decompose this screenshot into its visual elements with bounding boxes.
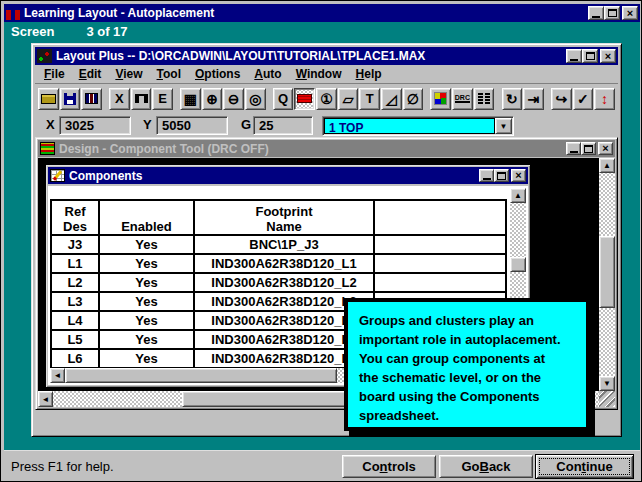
scroll-down-button[interactable]: ▼ — [599, 376, 615, 391]
resize-grip[interactable] — [599, 391, 615, 407]
x-coordinate-field[interactable]: 3025 — [59, 116, 131, 135]
table-cell[interactable]: Yes — [100, 331, 193, 348]
y-coordinate-field[interactable]: 5050 — [156, 116, 228, 135]
controls-button[interactable]: Controls — [342, 455, 436, 478]
column-header-blank[interactable] — [375, 201, 505, 234]
scroll-thumb[interactable] — [599, 236, 615, 308]
zoom-all-button[interactable]: ◎ — [245, 88, 266, 110]
app-close-button[interactable]: × — [622, 6, 638, 20]
menu-help[interactable]: Help — [349, 65, 389, 83]
table-cell[interactable] — [375, 236, 505, 253]
close-icon: × — [515, 170, 521, 181]
table-cell[interactable]: L6 — [52, 350, 98, 367]
menu-options[interactable]: Options — [188, 65, 247, 83]
design-minimize-button[interactable] — [566, 142, 581, 155]
table-cell[interactable]: Yes — [100, 255, 193, 272]
design-maximize-button[interactable] — [581, 142, 596, 155]
screen-position: 3 of 17 — [86, 24, 127, 39]
components-maximize-button[interactable] — [494, 169, 509, 182]
finish-button[interactable]: ✓ — [573, 88, 594, 110]
table-cell[interactable]: Yes — [100, 274, 193, 291]
color-palette-button[interactable] — [430, 88, 451, 110]
app-maximize-button[interactable] — [604, 6, 620, 20]
layout-close-button[interactable]: × — [600, 49, 616, 63]
reconnect-button[interactable]: ↻ — [502, 88, 523, 110]
layer-dropdown-button[interactable]: ▼ — [495, 118, 512, 134]
scroll-thumb[interactable] — [65, 368, 337, 383]
drc-button[interactable]: DRC — [452, 88, 473, 110]
table-cell[interactable]: Yes — [100, 350, 193, 367]
continue-button[interactable]: Continue — [535, 454, 634, 479]
component-rows-icon — [478, 93, 490, 104]
table-cell[interactable]: Yes — [100, 236, 193, 253]
design-vertical-scrollbar[interactable]: ▲ ▼ — [599, 158, 615, 391]
header-line: Footprint — [255, 204, 312, 219]
scroll-thumb[interactable] — [510, 257, 526, 272]
table-cell[interactable]: L2 — [52, 274, 98, 291]
column-header-enabled[interactable]: Enabled — [100, 201, 193, 234]
red-double-arrow-icon: ↕ — [601, 92, 608, 106]
table-cell[interactable]: L5 — [52, 331, 98, 348]
error-tool-button[interactable]: ∅ — [403, 88, 424, 110]
save-button[interactable] — [60, 88, 81, 110]
table-cell[interactable] — [375, 274, 505, 291]
query-button[interactable]: Q — [273, 88, 294, 110]
open-button[interactable] — [38, 88, 59, 110]
design-close-button[interactable]: × — [598, 142, 613, 155]
table-cell[interactable]: L1 — [52, 255, 98, 272]
find-button[interactable] — [131, 88, 152, 110]
library-button[interactable] — [81, 88, 102, 110]
scroll-up-button[interactable]: ▲ — [599, 158, 615, 173]
menu-file[interactable]: File — [37, 65, 72, 83]
table-cell[interactable]: Yes — [100, 293, 193, 310]
table-cell[interactable]: IND300A62R38D120_L1 — [195, 255, 373, 272]
zoom-in-button[interactable]: ⊕ — [202, 88, 223, 110]
autopath-button[interactable]: ↪ — [551, 88, 572, 110]
menu-window[interactable]: Window — [289, 65, 349, 83]
table-cell[interactable]: L3 — [52, 293, 98, 310]
table-cell[interactable]: IND300A62R38D120_L2 — [195, 274, 373, 291]
menu-auto[interactable]: Auto — [247, 65, 288, 83]
toolbar: X E ▦ ⊕ ⊖ ◎ Q ① ▱ T ◿ ∅ DRC ↻ ⇥ ↪ ✓ — [35, 84, 618, 113]
app-minimize-button[interactable] — [588, 6, 604, 20]
grid-field[interactable]: 25 — [253, 116, 313, 135]
layout-maximize-button[interactable] — [582, 49, 598, 63]
zoom-out-button[interactable]: ⊖ — [223, 88, 244, 110]
menu-edit[interactable]: Edit — [72, 65, 109, 83]
dimension-tool-button[interactable]: ◿ — [381, 88, 402, 110]
table-cell[interactable]: BNC\1P_J3 — [195, 236, 373, 253]
no-connect-icon: ∅ — [407, 92, 419, 106]
scroll-up-button[interactable]: ▲ — [510, 188, 526, 203]
delete-button[interactable]: X — [109, 88, 130, 110]
scroll-left-button[interactable]: ◄ — [38, 391, 53, 407]
table-cell[interactable]: L4 — [52, 312, 98, 329]
shove-button[interactable]: ⇥ — [523, 88, 544, 110]
spreadsheet-button[interactable]: ▦ — [180, 88, 201, 110]
edit-button[interactable]: E — [152, 88, 173, 110]
online-drc-button[interactable]: ↕ — [594, 88, 615, 110]
obstacle-tool-button[interactable]: ▱ — [338, 88, 359, 110]
components-close-button[interactable]: × — [511, 169, 526, 182]
column-header-ref-des[interactable]: Ref Des — [52, 201, 98, 234]
component-bus-button[interactable] — [474, 88, 495, 110]
layout-minimize-button[interactable] — [566, 49, 582, 63]
menu-view[interactable]: View — [108, 65, 149, 83]
screen-menu[interactable]: Screen — [11, 24, 54, 39]
menu-tool[interactable]: Tool — [150, 65, 188, 83]
table-cell[interactable]: J3 — [52, 236, 98, 253]
table-cell[interactable]: Yes — [100, 312, 193, 329]
drc-icon: DRC — [455, 94, 470, 103]
grid-label: G — [241, 117, 251, 132]
go-back-button[interactable]: Go Back — [439, 455, 533, 478]
text-tool-button[interactable]: T — [359, 88, 380, 110]
magnifier-icon: ◎ — [249, 92, 261, 106]
scroll-left-button[interactable]: ◄ — [50, 368, 65, 383]
table-cell[interactable] — [375, 255, 505, 272]
column-header-footprint[interactable]: Footprint Name — [195, 201, 373, 234]
component-tool-button[interactable] — [294, 88, 315, 110]
layer-combobox[interactable]: 1 TOP ▼ — [322, 116, 514, 136]
tooltip-line: important role in autoplacement. — [359, 330, 586, 349]
pin-tool-button[interactable]: ① — [316, 88, 337, 110]
minimize-icon — [570, 59, 578, 61]
components-minimize-button[interactable] — [479, 169, 494, 182]
